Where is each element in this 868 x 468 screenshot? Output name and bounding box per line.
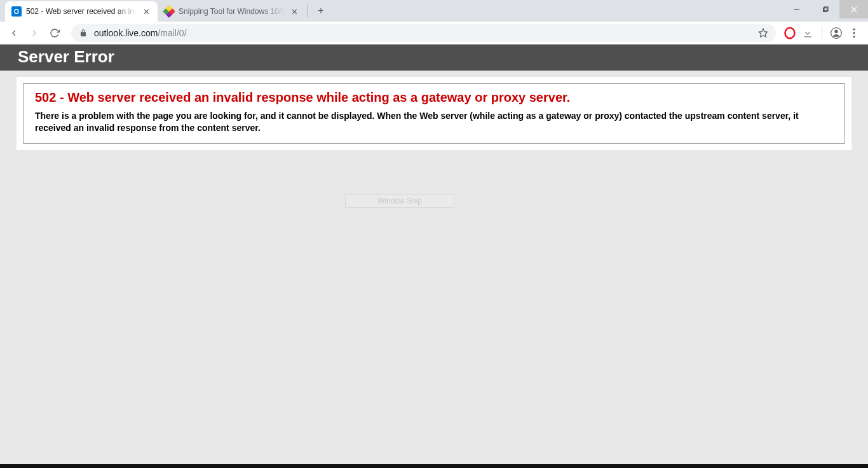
close-tab-icon[interactable]: ✕ (290, 6, 300, 17)
svg-point-9 (834, 29, 837, 32)
maximize-button[interactable] (811, 0, 839, 18)
svg-point-10 (853, 28, 855, 30)
error-description: There is a problem with the page you are… (35, 110, 833, 134)
tab-separator (307, 4, 308, 17)
tab-title: 502 - Web server received an invalid res… (26, 7, 137, 16)
toolbar-divider (822, 27, 822, 39)
svg-rect-1 (823, 8, 827, 11)
window-controls (782, 0, 868, 18)
error-box-wrapper: 502 - Web server received an invalid res… (17, 77, 851, 150)
url-domain: outlook.live.com (94, 28, 158, 38)
reload-button[interactable] (46, 24, 64, 42)
url-text: outlook.live.com/mail/0/ (94, 28, 752, 38)
svg-marker-5 (759, 29, 767, 37)
tab-strip: O 502 - Web server received an invalid r… (0, 0, 868, 22)
browser-chrome: O 502 - Web server received an invalid r… (0, 0, 868, 45)
page-content: Server Error 502 - Web server received a… (0, 45, 868, 464)
tab-active[interactable]: O 502 - Web server received an invalid r… (5, 1, 158, 22)
outlook-favicon-icon: O (11, 6, 22, 17)
error-box: 502 - Web server received an invalid res… (23, 83, 845, 144)
error-header: Server Error (0, 45, 868, 71)
download-icon[interactable] (801, 27, 814, 39)
back-button[interactable] (5, 24, 23, 42)
svg-point-6 (785, 27, 795, 38)
profile-icon[interactable] (830, 27, 843, 39)
toolbar-right (783, 27, 863, 39)
toolbar: outlook.live.com/mail/0/ (0, 22, 868, 45)
address-bar[interactable]: outlook.live.com/mail/0/ (71, 24, 776, 42)
svg-rect-2 (824, 7, 828, 11)
svg-rect-7 (804, 36, 811, 38)
lock-icon (79, 29, 88, 38)
svg-point-11 (853, 32, 855, 34)
menu-icon[interactable] (848, 27, 860, 39)
new-tab-button[interactable]: + (312, 2, 330, 20)
snip-favicon-icon (164, 6, 174, 17)
minimize-button[interactable] (782, 0, 811, 18)
tab-inactive[interactable]: Snipping Tool for Windows 10/8 ✕ (158, 1, 306, 22)
tab-title: Snipping Tool for Windows 10/8 (179, 7, 285, 16)
close-tab-icon[interactable]: ✕ (141, 6, 151, 17)
url-path: /mail/0/ (158, 28, 186, 38)
forward-button[interactable] (25, 24, 43, 42)
opera-extension-icon[interactable] (783, 27, 796, 39)
taskbar-sliver (0, 464, 868, 468)
svg-point-12 (853, 36, 855, 38)
error-title: 502 - Web server received an invalid res… (35, 90, 833, 105)
close-window-button[interactable] (839, 0, 868, 18)
bookmark-star-icon[interactable] (758, 28, 768, 38)
